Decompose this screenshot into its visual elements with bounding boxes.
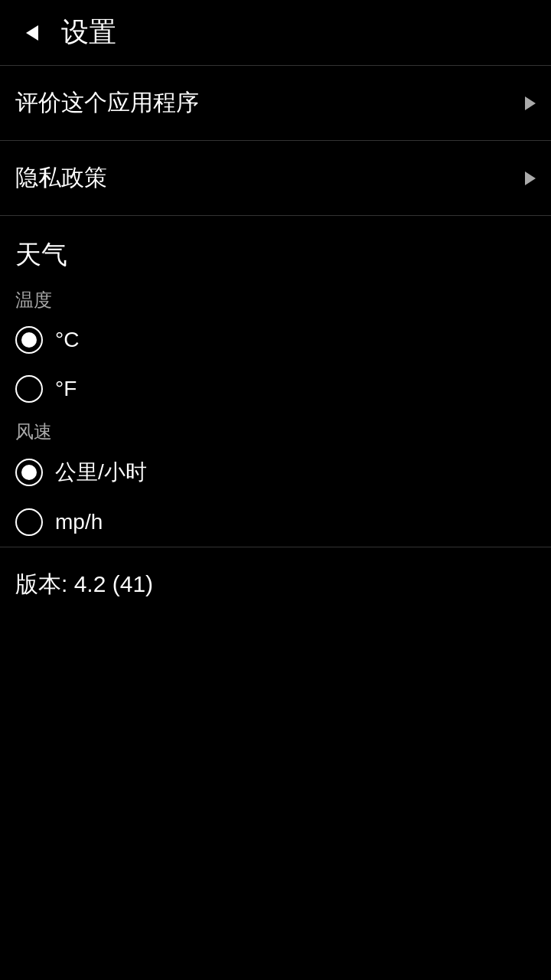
version-section: 版本: 4.2 (41)	[0, 547, 551, 622]
page-title: 设置	[61, 14, 116, 51]
privacy-policy-label: 隐私政策	[15, 162, 107, 194]
radio-outer-fahrenheit	[15, 375, 43, 403]
wind-speed-radio-group: 公里/小时 mp/h	[0, 447, 551, 547]
rate-app-item[interactable]: 评价这个应用程序	[0, 66, 551, 140]
radio-inner-celsius	[21, 332, 37, 348]
chevron-right-icon-2	[525, 172, 536, 185]
back-arrow-icon	[26, 25, 38, 41]
radio-outer-mph	[15, 508, 43, 536]
radio-fahrenheit[interactable]: °F	[15, 364, 536, 413]
radio-kmh[interactable]: 公里/小时	[15, 447, 536, 498]
radio-outer-kmh	[15, 459, 43, 486]
radio-mph[interactable]: mp/h	[15, 498, 536, 547]
radio-outer-celsius	[15, 326, 43, 354]
app-header: 设置	[0, 0, 551, 65]
temperature-radio-group: °C °F	[0, 315, 551, 413]
chevron-right-icon	[525, 96, 536, 110]
kmh-label: 公里/小时	[55, 458, 147, 487]
version-text: 版本: 4.2 (41)	[15, 571, 153, 596]
back-button[interactable]	[15, 16, 49, 50]
mph-label: mp/h	[55, 510, 103, 534]
temperature-label: 温度	[0, 282, 551, 315]
radio-celsius[interactable]: °C	[15, 315, 536, 364]
privacy-policy-item[interactable]: 隐私政策	[0, 141, 551, 215]
weather-section: 天气	[0, 216, 551, 282]
rate-app-label: 评价这个应用程序	[15, 87, 199, 119]
celsius-label: °C	[55, 328, 79, 352]
fahrenheit-label: °F	[55, 377, 77, 401]
radio-inner-kmh	[21, 465, 37, 480]
wind-speed-label: 风速	[0, 413, 551, 447]
weather-title: 天气	[15, 240, 67, 269]
